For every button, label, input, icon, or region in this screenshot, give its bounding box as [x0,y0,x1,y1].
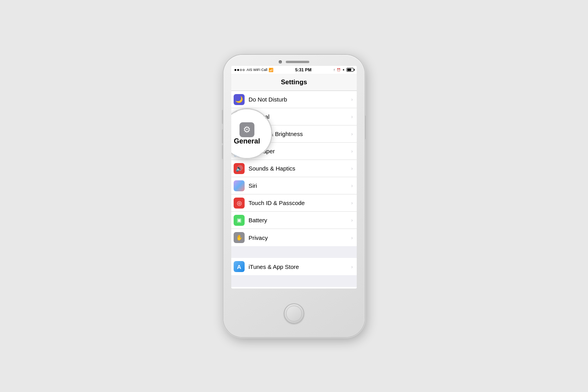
touch-id-chevron: › [351,200,353,206]
section-spacer-1 [231,246,357,258]
status-right: ↑ ⏰ ✦ [334,68,354,72]
row-siri[interactable]: Siri › [231,177,357,194]
sounds-haptics-chevron: › [351,165,353,171]
do-not-disturb-chevron: › [351,96,353,102]
home-button[interactable] [284,303,304,324]
do-not-disturb-label: Do Not Disturb [249,96,351,103]
row-display-brightness[interactable]: A Display & Brightness › [231,125,357,143]
sounds-haptics-icon: 🔊 [234,163,245,174]
itunes-app-store-chevron: › [351,264,353,270]
speaker-camera-area [279,60,309,64]
section-spacer-2 [231,275,357,287]
touch-id-label: Touch ID & Passcode [249,200,351,206]
phone-top [223,55,365,66]
row-general[interactable]: ⚙ General › [231,108,357,125]
home-button-inner [286,306,302,321]
signal-dot-1 [234,69,236,71]
battery-icon [347,68,354,72]
row-itunes-app-store[interactable]: A iTunes & App Store › [231,258,357,275]
location-icon: ↑ [334,68,336,72]
battery-fill [347,69,351,71]
display-brightness-label: Display & Brightness [249,131,351,137]
siri-chevron: › [351,183,353,189]
phone-bottom [284,289,304,337]
signal-dot-3 [240,69,242,71]
alarm-icon: ⏰ [337,68,341,72]
status-bar: AIS WiFi Call 📶 5:31 PM ↑ ⏰ ✦ [231,66,357,74]
row-sounds-haptics[interactable]: 🔊 Sounds & Haptics › [231,160,357,177]
carrier-label: AIS WiFi Call [247,68,267,72]
privacy-icon: ✋ [234,232,245,243]
wallpaper-chevron: › [351,148,353,154]
status-time: 5:31 PM [295,67,312,72]
signal-dot-2 [237,69,239,71]
settings-list: 🌙 Do Not Disturb › ⚙ General › A Display… [231,91,357,289]
general-label: General [249,113,351,120]
row-touch-id-passcode[interactable]: ◎ Touch ID & Passcode › [231,194,357,212]
signal-dot-4 [243,69,245,71]
bluetooth-icon: ✦ [342,68,345,72]
front-camera [279,60,282,64]
battery-chevron: › [351,217,353,223]
siri-label: Siri [249,182,351,189]
display-brightness-chevron: › [351,131,353,137]
wallpaper-label: Wallpaper [249,148,351,154]
row-do-not-disturb[interactable]: 🌙 Do Not Disturb › [231,91,357,108]
itunes-app-store-icon: A [234,261,245,272]
battery-label: Battery [249,217,351,223]
section-3: ✉ Mail › 👤 Contacts › 5 Calendar › [231,287,357,289]
privacy-chevron: › [351,235,353,241]
row-battery[interactable]: ▣ Battery › [231,212,357,229]
signal-strength [234,69,245,71]
status-left: AIS WiFi Call 📶 [234,68,273,72]
phone-screen: ⚙ General AIS WiFi Call 📶 5:31 PM ↑ ⏰ ✦ [231,66,357,289]
row-privacy[interactable]: ✋ Privacy › [231,229,357,246]
do-not-disturb-icon: 🌙 [234,94,245,105]
wallpaper-icon: ✿ [234,146,245,157]
sounds-haptics-label: Sounds & Haptics [249,165,351,172]
section-1: 🌙 Do Not Disturb › ⚙ General › A Display… [231,91,357,246]
row-wallpaper[interactable]: ✿ Wallpaper › [231,143,357,160]
nav-bar: Settings [231,74,357,91]
privacy-label: Privacy [249,234,351,241]
wifi-icon: 📶 [269,68,273,72]
siri-icon [234,180,245,191]
display-brightness-icon: A [234,129,245,140]
battery-row-icon: ▣ [234,215,245,226]
itunes-app-store-label: iTunes & App Store [249,263,351,270]
general-chevron: › [351,114,353,120]
row-mail[interactable]: ✉ Mail › [231,287,357,289]
nav-title: Settings [281,78,307,86]
general-icon: ⚙ [234,111,245,122]
touch-id-icon: ◎ [234,198,245,209]
phone-device: ⚙ General AIS WiFi Call 📶 5:31 PM ↑ ⏰ ✦ [223,55,365,337]
section-2: A iTunes & App Store › [231,258,357,275]
speaker-grille [286,61,309,63]
